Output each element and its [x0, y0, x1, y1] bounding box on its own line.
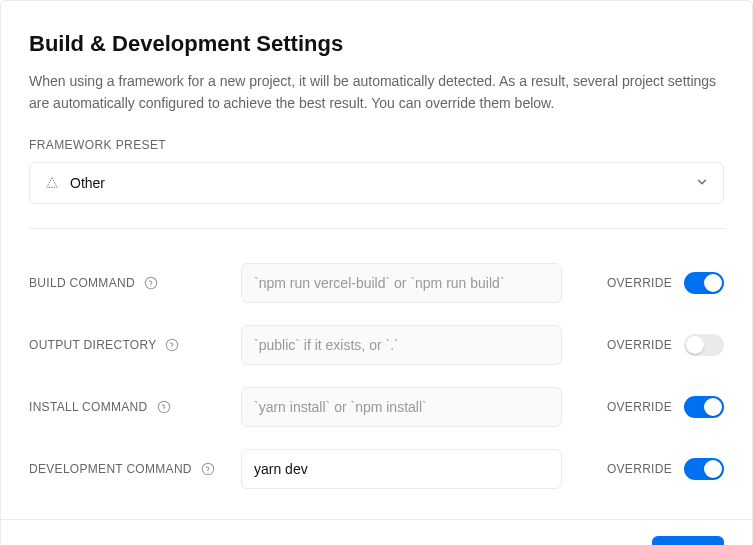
development-command-label: DEVELOPMENT COMMAND	[29, 462, 192, 476]
svg-point-0	[145, 278, 156, 289]
framework-preset-label: FRAMEWORK PRESET	[29, 138, 724, 152]
svg-point-2	[158, 402, 169, 413]
install-command-label: INSTALL COMMAND	[29, 400, 148, 414]
override-label: OVERRIDE	[607, 462, 672, 476]
override-label: OVERRIDE	[607, 276, 672, 290]
development-command-row: DEVELOPMENT COMMAND OVERRIDE	[29, 439, 724, 499]
development-command-input[interactable]	[241, 449, 562, 489]
output-directory-row: OUTPUT DIRECTORY OVERRIDE	[29, 315, 724, 375]
framework-preset-select[interactable]: Other	[29, 162, 724, 204]
svg-point-1	[167, 340, 178, 351]
output-directory-input[interactable]	[241, 325, 562, 365]
card-body: Build & Development Settings When using …	[1, 1, 752, 519]
override-label: OVERRIDE	[607, 338, 672, 352]
build-command-override-toggle[interactable]	[684, 272, 724, 294]
page-title: Build & Development Settings	[29, 31, 724, 57]
override-label: OVERRIDE	[607, 400, 672, 414]
card-footer: Learn more about Build and Development S…	[1, 519, 752, 545]
save-button[interactable]: Save	[652, 536, 724, 545]
build-command-input[interactable]	[241, 263, 562, 303]
svg-point-3	[202, 464, 213, 475]
build-command-label: BUILD COMMAND	[29, 276, 135, 290]
divider	[29, 228, 724, 229]
install-command-row: INSTALL COMMAND OVERRIDE	[29, 377, 724, 437]
framework-preset-value: Other	[70, 175, 105, 191]
chevron-down-icon	[695, 175, 709, 192]
install-command-input[interactable]	[241, 387, 562, 427]
help-icon[interactable]	[164, 337, 180, 353]
build-command-row: BUILD COMMAND OVERRIDE	[29, 253, 724, 313]
output-directory-label: OUTPUT DIRECTORY	[29, 338, 156, 352]
help-icon[interactable]	[156, 399, 172, 415]
install-command-override-toggle[interactable]	[684, 396, 724, 418]
help-icon[interactable]	[200, 461, 216, 477]
page-description: When using a framework for a new project…	[29, 71, 724, 114]
build-dev-settings-card: Build & Development Settings When using …	[0, 0, 753, 545]
framework-icon	[44, 175, 60, 191]
development-command-override-toggle[interactable]	[684, 458, 724, 480]
help-icon[interactable]	[143, 275, 159, 291]
output-directory-override-toggle[interactable]	[684, 334, 724, 356]
